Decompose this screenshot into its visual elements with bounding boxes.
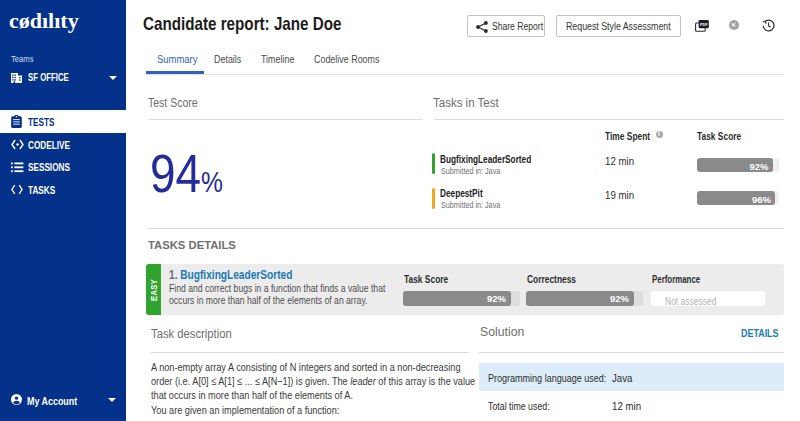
svg-text:PDF: PDF	[700, 22, 708, 26]
